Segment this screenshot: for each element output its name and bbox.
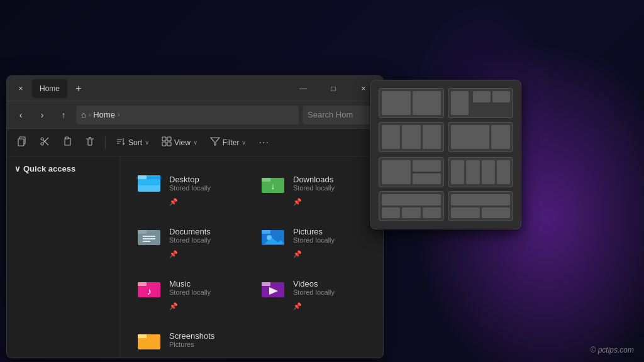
svg-rect-34 — [138, 282, 147, 286]
snap-3col[interactable] — [379, 122, 444, 152]
snap-4col[interactable] — [448, 157, 513, 187]
copy-icon — [17, 136, 27, 149]
search-placeholder: Search Hom — [308, 110, 353, 119]
file-subtitle: Stored locally — [169, 236, 211, 244]
sort-button[interactable]: Sort ∨ — [111, 133, 154, 153]
file-grid: Desktop Stored locally 📌 ↓ — [130, 164, 373, 358]
snap-2col-equal[interactable] — [379, 88, 444, 118]
filter-label: Filter — [223, 138, 240, 147]
svg-rect-13 — [167, 137, 171, 141]
snap-layout-popup — [370, 80, 521, 229]
list-item[interactable]: Documents Stored locally 📌 — [130, 216, 249, 263]
content-area: ∨ Quick access — [7, 156, 383, 358]
cut-button[interactable] — [35, 133, 55, 153]
view-label: View — [174, 138, 191, 147]
svg-rect-1 — [18, 139, 24, 146]
svg-point-2 — [41, 138, 43, 140]
file-subtitle: Pictures — [169, 341, 214, 348]
address-bar: ‹ › ↑ ⌂ › Home › Search Hom — [7, 101, 383, 129]
toolbar: Sort ∨ View ∨ Filter ∨ — [7, 129, 383, 156]
delete-button[interactable] — [80, 133, 100, 153]
snap-2col-right-split[interactable] — [448, 88, 513, 118]
home-icon: ⌂ — [81, 110, 86, 119]
more-icon: ··· — [258, 137, 269, 148]
search-box[interactable]: Search Hom — [303, 106, 378, 124]
file-area: Desktop Stored locally 📌 ↓ — [120, 156, 383, 358]
quick-access-header[interactable]: ∨ Quick access — [9, 162, 117, 176]
list-item[interactable]: Videos Stored locally 📌 — [254, 268, 373, 315]
file-name: Screenshots — [169, 331, 214, 341]
svg-text:♪: ♪ — [147, 286, 152, 297]
pin-icon: 📌 — [169, 198, 178, 206]
snap-2col-left-wide[interactable] — [448, 122, 513, 152]
svg-rect-6 — [65, 138, 70, 145]
address-path[interactable]: ⌂ › Home › — [76, 106, 299, 124]
file-name: Documents — [169, 227, 211, 236]
file-subtitle: Stored locally — [293, 236, 335, 244]
list-item[interactable]: Desktop Stored locally 📌 — [130, 164, 249, 211]
maximize-button[interactable]: □ — [319, 79, 348, 99]
snap-3col-stacked[interactable] — [379, 191, 444, 221]
list-item[interactable]: Pictures Stored locally 📌 — [254, 216, 373, 263]
view-button[interactable]: View ∨ — [157, 133, 203, 153]
svg-point-3 — [41, 143, 43, 145]
title-bar: × Home + — □ × — [7, 76, 383, 101]
music-folder-icon: ♪ — [135, 273, 163, 301]
sort-label: Sort — [128, 138, 142, 147]
pin-icon: 📌 — [293, 302, 302, 310]
sort-icon — [116, 136, 126, 149]
delete-icon — [85, 136, 95, 149]
svg-rect-37 — [262, 282, 270, 286]
chevron-icon-2: › — [118, 111, 119, 118]
file-subtitle: Stored locally — [293, 184, 335, 192]
toolbar-separator-1 — [105, 136, 106, 149]
list-item[interactable]: ♪ Music Stored locally 📌 — [130, 268, 249, 315]
svg-rect-7 — [65, 137, 69, 139]
tab-home[interactable]: Home — [32, 79, 67, 98]
back-button[interactable]: ‹ — [12, 106, 30, 124]
file-name: Downloads — [293, 175, 335, 184]
svg-rect-14 — [162, 142, 166, 146]
pin-icon: 📌 — [293, 250, 302, 258]
screenshots-folder-icon — [135, 326, 163, 353]
svg-marker-16 — [211, 138, 219, 145]
file-name: Pictures — [293, 227, 335, 236]
explorer-window: × Home + — □ × ‹ › ↑ ⌂ › Home › Search H… — [6, 75, 384, 358]
quick-access-label: Quick access — [23, 164, 75, 173]
snap-right-stacked[interactable] — [448, 191, 513, 221]
svg-rect-40 — [138, 334, 147, 338]
snap-stacked-left[interactable] — [379, 157, 444, 187]
chevron-icon-1: › — [89, 111, 91, 118]
desktop-folder-icon — [135, 169, 163, 197]
paste-icon — [62, 136, 72, 149]
file-name: Music — [169, 279, 211, 288]
more-options-button[interactable]: ··· — [253, 133, 274, 153]
file-name: Videos — [293, 279, 335, 288]
filter-icon — [210, 136, 220, 149]
file-subtitle: Stored locally — [169, 184, 211, 192]
svg-rect-22 — [262, 178, 270, 182]
forward-button[interactable]: › — [33, 106, 51, 124]
list-item[interactable]: Screenshots Pictures — [130, 321, 249, 358]
file-name: Desktop — [169, 175, 211, 184]
new-tab-button[interactable]: + — [70, 80, 87, 97]
videos-folder-icon — [259, 273, 287, 301]
up-button[interactable]: ↑ — [55, 106, 72, 124]
pictures-folder-icon — [259, 221, 287, 249]
list-item[interactable]: ↓ Downloads Stored locally 📌 — [254, 164, 373, 211]
window-controls: — □ × — [289, 79, 378, 99]
watermark: © pctips.com — [590, 346, 634, 354]
paste-button[interactable] — [57, 133, 77, 153]
tab-close-button[interactable]: × — [12, 80, 30, 97]
minimize-button[interactable]: — — [289, 79, 318, 99]
pin-icon: 📌 — [293, 198, 302, 206]
copy-button[interactable] — [12, 133, 32, 153]
downloads-folder-icon: ↓ — [259, 169, 287, 197]
path-label: Home — [93, 110, 115, 119]
filter-button[interactable]: Filter ∨ — [205, 133, 252, 153]
view-icon — [162, 136, 172, 149]
documents-folder-icon — [135, 221, 163, 249]
sort-chevron: ∨ — [145, 139, 149, 146]
sidebar: ∨ Quick access — [7, 156, 120, 358]
scissors-icon — [40, 136, 50, 149]
